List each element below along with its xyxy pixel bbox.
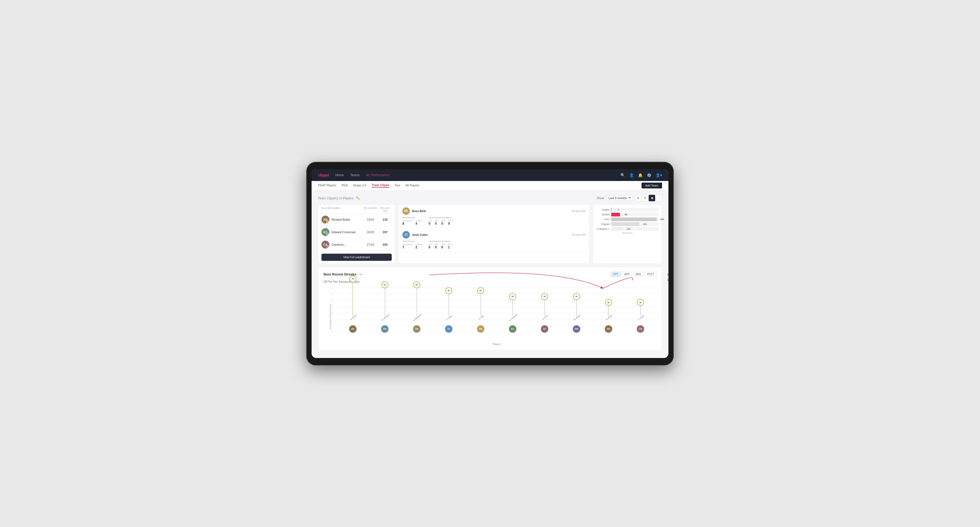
app-label: APP xyxy=(435,243,439,245)
nav-link-my-performance[interactable]: My Performance xyxy=(366,173,390,177)
tab-hcaps[interactable]: Hcaps 1-5 xyxy=(353,184,366,187)
tab-tour[interactable]: Tour xyxy=(395,184,400,187)
y-tick: 7 xyxy=(332,287,332,289)
tab-pga[interactable]: PGA xyxy=(342,184,348,187)
bubble-item: 6x D. Billingham xyxy=(411,281,422,325)
tablet-device: clippd Home Teams My Performance 🔍 👤 🔔 ⚙… xyxy=(306,162,674,365)
practice-label: Practice xyxy=(415,243,422,245)
search-icon[interactable]: 🔍 xyxy=(620,173,625,177)
player-name-label: C. Quick xyxy=(638,314,648,325)
ott-label: OTT xyxy=(428,220,432,222)
player-name-label: E. Ewert xyxy=(350,314,361,325)
edit-icon[interactable]: ✏️ xyxy=(356,197,360,200)
bar-track: 311 xyxy=(611,222,659,226)
ott-value: 0 xyxy=(428,245,432,249)
bar-fill: 131 xyxy=(611,227,623,231)
player-date: 02 Sep 2023 xyxy=(572,210,585,213)
table-row: RB 1 Richard Butler 19/20 110 xyxy=(318,213,395,226)
profile-icon[interactable]: 👤▾ xyxy=(655,173,662,177)
view-full-leaderboard-button[interactable]: View Full Leaderboard xyxy=(321,254,392,261)
tournament-label: Tournament xyxy=(402,243,412,245)
tab-team-clippd[interactable]: Team Clippd xyxy=(372,183,389,187)
rank-badge: 2 xyxy=(326,233,329,236)
bubble-col: 5x R. Britt RB xyxy=(465,287,497,333)
arg-value: 0 xyxy=(441,222,445,225)
pb-avg: 107 xyxy=(379,230,392,234)
filter-putt-button[interactable]: PUTT xyxy=(645,272,657,277)
nav-left: clippd Home Teams My Performance xyxy=(318,173,390,177)
three-col-layout: PLAYER NAME PB SCORE PB AVG SQ RB 1 Rich… xyxy=(318,205,662,264)
grid-view-button[interactable]: ⊞ xyxy=(635,195,641,201)
ott-col: OTT 0 xyxy=(428,220,432,225)
user-icon[interactable]: 👤 xyxy=(629,173,634,177)
show-controls: Show Last 3 months ⊞ ☰ ▦ ↓ xyxy=(597,195,662,201)
bar-value: 131 xyxy=(627,227,631,230)
filter-ott-button[interactable]: OTT xyxy=(611,272,621,277)
bell-icon[interactable]: 🔔 xyxy=(638,173,643,177)
streaks-header: Best Round Streaks ← OTT APP ARG PUTT xyxy=(323,271,657,277)
player-avatar: DB xyxy=(413,325,420,333)
bubble-columns: 7x E. Ewert EE 6x B. McHarg BM 6x D. Bil… xyxy=(337,287,657,333)
filter-app-button[interactable]: APP xyxy=(622,272,632,277)
bar-chart: Eagles 3 Birdies 96 Pars 499 Bogeys 311 … xyxy=(596,208,659,231)
team-name: Team Clippd | 14 Players ✏️ xyxy=(318,197,360,200)
tab-pgat-players[interactable]: PGAT Players xyxy=(318,184,336,187)
player-name-label: D. Ford xyxy=(542,314,552,325)
tournament-col: Tournament 7 xyxy=(402,243,412,249)
bar-label: D.Bogeys + xyxy=(596,227,609,230)
view-icons: ⊞ ☰ ▦ ↓ xyxy=(635,195,662,201)
leaderboard-panel: PLAYER NAME PB SCORE PB AVG SQ RB 1 Rich… xyxy=(318,205,395,264)
bubble-item: 4x D. Ford xyxy=(541,293,548,325)
bar-row: D.Bogeys + 131 xyxy=(596,227,659,231)
y-tick: 1 xyxy=(332,324,332,326)
period-select[interactable]: Last 3 months xyxy=(606,195,633,201)
player-name-label: R. Britt xyxy=(479,315,488,325)
bar-track: 96 xyxy=(611,213,659,216)
nav-link-home[interactable]: Home xyxy=(335,173,344,177)
y-tick: 4 xyxy=(332,306,332,308)
bubble-col: 7x E. Ewert EE xyxy=(337,275,369,333)
tab-all-players[interactable]: All Players xyxy=(406,184,419,187)
player-name: Richard Butler xyxy=(332,218,363,221)
pb-score: 18/20 xyxy=(363,230,379,234)
col-pb-score: PB SCORE xyxy=(363,207,379,212)
player-date: 26 Aug 2023 xyxy=(572,233,585,236)
putt-label: PUTT xyxy=(448,220,453,222)
player-avatar: EE xyxy=(349,325,356,333)
player-avatar: BM xyxy=(381,325,388,333)
tournament-value: 7 xyxy=(402,245,412,249)
player-avatar: MM xyxy=(573,325,580,333)
bar-track: 499 xyxy=(611,217,659,221)
arg-label: ARG xyxy=(441,243,445,245)
list-view-button[interactable]: ☰ xyxy=(642,195,648,201)
bubble-circle: 7x xyxy=(349,275,356,283)
col-player-name: PLAYER NAME xyxy=(321,207,363,212)
bubble-item: 3x R. Butler xyxy=(605,299,612,324)
putt-col: PUTT 0 xyxy=(448,220,453,225)
table-view-button[interactable]: ↓ xyxy=(655,195,662,201)
bar-value: 96 xyxy=(625,213,627,216)
bar-row: Bogeys 311 xyxy=(596,222,659,226)
bar-label: Birdies xyxy=(596,213,609,216)
bubble-circle: 6x xyxy=(413,281,420,288)
filter-arg-button[interactable]: ARG xyxy=(633,272,644,277)
total-rounds-group: Total Rounds Tournament 7 Practice 2 xyxy=(402,240,422,249)
bar-label: Bogeys xyxy=(596,223,609,225)
tournament-label: Tournament xyxy=(402,220,412,222)
bubble-item: 4x M. Maher xyxy=(573,293,581,325)
bubble-item: 5x J. Coles xyxy=(445,287,452,325)
bubble-circle: 3x xyxy=(605,299,612,306)
tablet-screen: clippd Home Teams My Performance 🔍 👤 🔔 ⚙… xyxy=(312,169,668,358)
add-team-button[interactable]: Add Team xyxy=(641,183,662,189)
streaks-panel: Best Round Streaks ← OTT APP ARG PUTT Of… xyxy=(318,267,662,351)
y-tick: 6 xyxy=(332,294,332,295)
lb-header: PLAYER NAME PB SCORE PB AVG SQ xyxy=(318,205,395,213)
practice-label: Practice xyxy=(415,220,422,222)
pb-avg: 103 xyxy=(379,243,392,246)
bar-chart-panel: Eagles 3 Birdies 96 Pars 499 Bogeys 311 … xyxy=(593,205,662,264)
settings-icon[interactable]: ⚙️ xyxy=(647,173,651,177)
card-view-button[interactable]: ▦ xyxy=(649,195,655,201)
nav-link-teams[interactable]: Teams xyxy=(350,173,360,177)
rank-badge: 1 xyxy=(326,221,329,224)
avatar: JC xyxy=(402,231,410,238)
